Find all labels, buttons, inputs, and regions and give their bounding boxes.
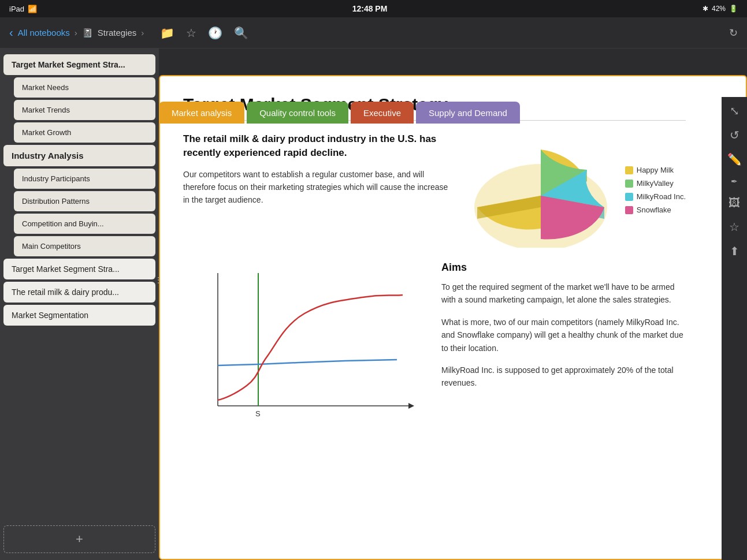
battery-label: 42%: [712, 5, 726, 13]
status-bar: iPad 📶 12:48 PM ✱ 42% 🔋: [0, 0, 747, 17]
search-icon[interactable]: 🔍: [234, 26, 248, 40]
legend-color-milkyroad: [625, 193, 633, 201]
sidebar-item-distribution-patterns[interactable]: Distribution Patterns: [14, 191, 155, 211]
expand-icon[interactable]: ⤡: [730, 104, 739, 118]
all-notebooks-link[interactable]: All notebooks: [18, 28, 70, 38]
favorite-icon[interactable]: ☆: [729, 220, 739, 234]
device-label: iPad: [9, 5, 24, 13]
sidebar-item-market-growth[interactable]: Market Growth: [14, 122, 155, 143]
right-toolbar: ⤡ ↺ ✏️ ✒ 🖼 ☆ ⬆: [722, 97, 747, 560]
main-layout: Target Market Segment Stra... Market Nee…: [0, 48, 747, 560]
document-content: Target Market Segment Strategy The retai…: [160, 76, 709, 465]
status-right: ✱ 42% 🔋: [703, 5, 738, 13]
folder-icon[interactable]: 📁: [160, 26, 174, 40]
sidebar-item-target-top[interactable]: Target Market Segment Stra...: [3, 54, 155, 75]
tab-supply-demand[interactable]: Supply and Demand: [416, 102, 520, 124]
pie-legend: Happy Milk MilkyValley MilkyRoad Inc.: [625, 166, 686, 214]
status-time: 12:48 PM: [352, 4, 388, 13]
aims-para-2: What is more, two of our main competitor…: [441, 316, 686, 354]
legend-milkyvalley: MilkyValley: [625, 179, 686, 188]
legend-color-snowflake: [625, 206, 633, 214]
sidebar-item-retail-milk[interactable]: The retail milk & dairy produ...: [3, 282, 155, 303]
sidebar-bottom: +: [0, 518, 159, 560]
aims-para-3: MilkyRoad Inc. is supposed to get approx…: [441, 364, 686, 390]
sidebar-item-main-competitors[interactable]: Main Competitors: [14, 236, 155, 256]
bluetooth-icon: ✱: [703, 5, 708, 13]
nav-left: ‹ All notebooks › 📓 Strategies ›: [9, 26, 144, 39]
drag-handle[interactable]: ⋮: [154, 275, 162, 285]
doc-text-left: The retail milk & dairy product industry…: [183, 132, 452, 207]
share-icon[interactable]: ⬆: [730, 244, 739, 258]
legend-label-snowflake: Snowflake: [637, 206, 671, 214]
legend-snowflake: Snowflake: [625, 206, 686, 214]
sidebar-item-market-trends[interactable]: Market Trends: [14, 100, 155, 120]
top-nav: ‹ All notebooks › 📓 Strategies › 📁 ☆ 🕐 🔍…: [0, 17, 747, 48]
pen-icon[interactable]: ✏️: [727, 152, 742, 166]
back-icon[interactable]: ‹: [9, 26, 13, 39]
nav-icons: 📁 ☆ 🕐 🔍: [160, 26, 248, 40]
line-chart: S: [183, 262, 426, 435]
legend-label-happy-milk: Happy Milk: [637, 166, 674, 174]
history-icon[interactable]: 🕐: [208, 26, 222, 40]
svg-text:S: S: [255, 409, 261, 418]
strategies-link[interactable]: Strategies: [98, 28, 137, 38]
tab-bar: Market analysis Quality control tools Ex…: [159, 97, 747, 124]
sidebar-item-industry-analysis[interactable]: Industry Analysis: [3, 145, 155, 166]
doc-headline: The retail milk & dairy product industry…: [183, 132, 452, 160]
legend-label-milkyvalley: MilkyValley: [637, 179, 674, 188]
battery-icon: 🔋: [729, 5, 738, 13]
legend-happy-milk: Happy Milk: [625, 166, 686, 174]
status-left: iPad 📶: [9, 5, 37, 13]
aims-title: Aims: [441, 262, 686, 274]
image-icon[interactable]: 🖼: [729, 196, 740, 210]
nav-separator2: ›: [141, 28, 144, 38]
legend-color-happy-milk: [625, 166, 633, 174]
refresh-button[interactable]: ↻: [729, 27, 738, 39]
undo-icon[interactable]: ↺: [730, 128, 739, 142]
legend-milkyroad: MilkyRoad Inc.: [625, 192, 686, 201]
tab-executive[interactable]: Executive: [351, 102, 414, 124]
star-icon[interactable]: ☆: [186, 26, 196, 40]
legend-color-milkyvalley: [625, 180, 633, 188]
chart-area: S: [183, 262, 428, 446]
pie-container: Happy Milk MilkyValley MilkyRoad Inc.: [466, 132, 686, 248]
sidebar-item-target-segment[interactable]: Target Market Segment Stra...: [3, 259, 155, 279]
pie-chart: [466, 132, 616, 248]
content-area: Market analysis Quality control tools Ex…: [159, 48, 747, 560]
aims-para-1: To get the required segment of the marke…: [441, 281, 686, 307]
wifi-icon: 📶: [28, 5, 37, 13]
sidebar-item-competition-buying[interactable]: Competition and Buyin...: [14, 214, 155, 234]
nav-separator: ›: [75, 28, 77, 38]
add-note-button[interactable]: +: [3, 525, 155, 553]
sidebar-item-market-segmentation[interactable]: Market Segmentation: [3, 305, 155, 326]
doc-top-section: The retail milk & dairy product industry…: [183, 132, 686, 248]
notebook-icon: 📓: [82, 28, 93, 38]
add-tab-button[interactable]: +: [527, 102, 548, 124]
pen-abc-icon[interactable]: ✒: [731, 177, 738, 186]
tab-quality-control[interactable]: Quality control tools: [247, 102, 348, 124]
legend-label-milkyroad: MilkyRoad Inc.: [637, 192, 686, 201]
doc-body: Our competitors want to establish a regu…: [183, 168, 452, 207]
sidebar: Target Market Segment Stra... Market Nee…: [0, 48, 159, 560]
sidebar-item-market-needs[interactable]: Market Needs: [14, 77, 155, 98]
tab-market-analysis[interactable]: Market analysis: [159, 102, 244, 124]
svg-marker-3: [408, 403, 414, 409]
sidebar-item-industry-participants[interactable]: Industry Participants: [14, 169, 155, 189]
doc-bottom-section: S Aims To get the required segment of th…: [183, 262, 686, 446]
aims-section: Aims To get the required segment of the …: [441, 262, 686, 399]
document-wrapper: Target Market Segment Strategy The retai…: [159, 75, 747, 560]
